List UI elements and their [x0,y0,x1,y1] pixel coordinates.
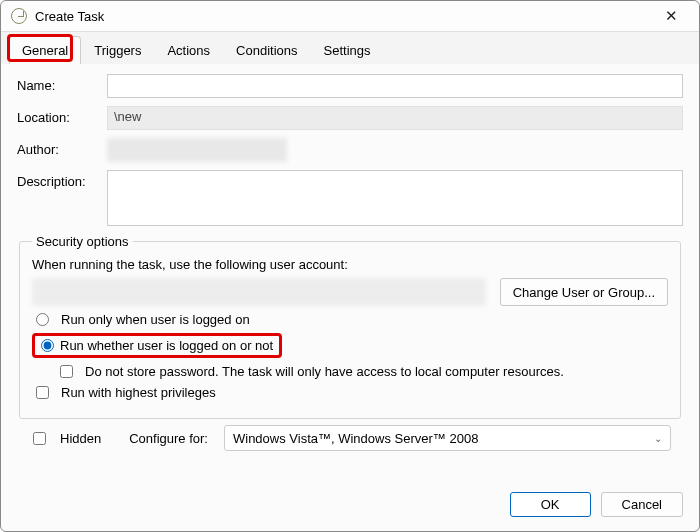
configure-for-value: Windows Vista™, Windows Server™ 2008 [233,431,478,446]
checkbox-no-store-password[interactable] [60,365,73,378]
radio-run-whether-label: Run whether user is logged on or not [60,338,273,353]
cancel-button[interactable]: Cancel [601,492,683,517]
tab-strip: General Triggers Actions Conditions Sett… [1,32,699,64]
checkbox-highest-privileges[interactable] [36,386,49,399]
radio-run-logged-on-label: Run only when user is logged on [61,312,250,327]
checkbox-hidden-label: Hidden [60,431,101,446]
close-button[interactable]: ✕ [653,7,689,25]
tab-panel-general: Name: Location: \new Author: Description… [1,64,699,482]
author-label: Author: [17,138,107,157]
description-label: Description: [17,170,107,189]
window-title: Create Task [35,9,653,24]
user-account-redacted [32,278,486,306]
tab-actions[interactable]: Actions [154,36,223,64]
tab-general[interactable]: General [9,36,81,64]
radio-run-whether[interactable] [41,339,54,352]
tab-settings[interactable]: Settings [311,36,384,64]
description-input[interactable] [107,170,683,226]
configure-for-label: Configure for: [129,431,208,446]
chevron-down-icon: ⌄ [654,433,662,444]
highlight-run-whether: Run whether user is logged on or not [32,333,282,358]
location-label: Location: [17,106,107,125]
tab-conditions[interactable]: Conditions [223,36,310,64]
titlebar: Create Task ✕ [1,1,699,32]
checkbox-highest-privileges-label: Run with highest privileges [61,385,216,400]
radio-run-logged-on[interactable] [36,313,49,326]
name-input[interactable] [107,74,683,98]
tab-triggers[interactable]: Triggers [81,36,154,64]
name-label: Name: [17,74,107,93]
location-value: \new [107,106,683,130]
checkbox-no-store-password-label: Do not store password. The task will onl… [85,364,564,379]
clock-icon [11,8,27,24]
security-options-group: Security options When running the task, … [19,234,681,419]
author-value-redacted [107,138,287,162]
create-task-dialog: Create Task ✕ General Triggers Actions C… [0,0,700,532]
change-user-button[interactable]: Change User or Group... [500,278,668,306]
security-legend: Security options [32,234,133,249]
ok-button[interactable]: OK [510,492,591,517]
checkbox-hidden[interactable] [33,432,46,445]
dialog-footer: OK Cancel [1,482,699,531]
configure-for-select[interactable]: Windows Vista™, Windows Server™ 2008 ⌄ [224,425,671,451]
security-prompt: When running the task, use the following… [32,257,668,272]
